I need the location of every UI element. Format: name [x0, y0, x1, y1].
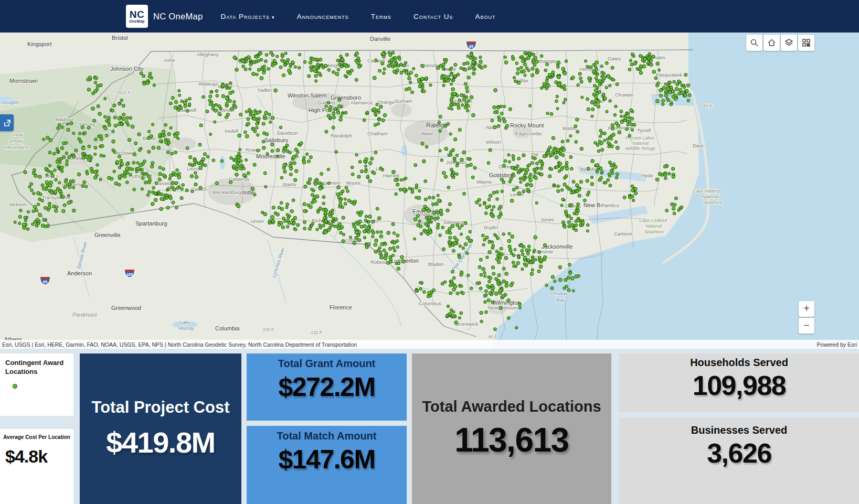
nav-announcements[interactable]: Announcements — [297, 13, 349, 20]
attribution-text: Esri, USGS | Esri, HERE, Garmin, FAO, NO… — [2, 341, 357, 348]
nav-about-label: About — [475, 13, 495, 20]
top-nav-bar: NC OneMap NC OneMap Data Projects▾ Annou… — [0, 0, 859, 33]
svg-text:Chatham: Chatham — [367, 131, 388, 136]
businesses-served-value: 3,626 — [619, 437, 859, 469]
svg-text:Pamlico: Pamlico — [601, 202, 619, 208]
svg-text:Mooresville: Mooresville — [256, 153, 285, 159]
award-location-legend-dot — [13, 384, 17, 389]
average-cost-value: $4.8k — [3, 446, 70, 467]
svg-text:Hyde: Hyde — [641, 173, 653, 178]
svg-text:Pasquotank: Pasquotank — [656, 72, 682, 78]
svg-text:85: 85 — [469, 44, 473, 49]
svg-text:Danville: Danville — [370, 36, 390, 42]
nav-announcements-label: Announcements — [297, 13, 349, 20]
contingent-title: Contingent Award Locations — [5, 359, 68, 377]
svg-text:Great: Great — [10, 132, 23, 137]
svg-text:378 ft: 378 ft — [262, 327, 274, 333]
svg-text:Bladen: Bladen — [428, 261, 444, 267]
svg-text:Transylvania: Transylvania — [42, 195, 70, 200]
svg-text:Duplin: Duplin — [484, 224, 498, 230]
svg-text:84 ft: 84 ft — [703, 103, 712, 109]
svg-text:Murray: Murray — [178, 325, 195, 331]
search-icon[interactable] — [746, 35, 762, 51]
svg-text:Onslow: Onslow — [551, 291, 568, 296]
svg-text:Davidson: Davidson — [277, 130, 298, 136]
nav-terms[interactable]: Terms — [371, 13, 391, 20]
svg-text:46 ft: 46 ft — [488, 334, 497, 339]
svg-text:Seashore: Seashore — [703, 200, 723, 205]
households-served-title: Households Served — [619, 357, 859, 369]
svg-text:Carteret: Carteret — [614, 231, 632, 237]
total-match-amount-title: Total Match Amount — [247, 430, 407, 442]
svg-text:Spartanburg: Spartanburg — [135, 220, 167, 227]
nav-contact-us[interactable]: Contact Us — [413, 13, 453, 20]
main-nav: Data Projects▾ Announcements Terms Conta… — [220, 13, 495, 20]
svg-text:Iredell: Iredell — [225, 128, 238, 134]
nav-data-projects[interactable]: Data Projects▾ — [220, 13, 274, 20]
svg-text:National: National — [702, 194, 719, 199]
share-button[interactable] — [0, 114, 14, 131]
zoom-out-button[interactable]: − — [799, 318, 814, 334]
logo-onemap-text: OneMap — [129, 19, 144, 23]
svg-text:Tyrrell: Tyrrell — [637, 127, 651, 133]
nc-onemap-logo: NC OneMap — [126, 5, 148, 28]
svg-text:Bay: Bay — [556, 297, 566, 303]
brand-link[interactable]: NC OneMap NC OneMap — [126, 5, 203, 28]
total-grant-amount-panel: Total Grant Amount $272.2M — [247, 353, 407, 421]
svg-text:New Hanover: New Hanover — [488, 305, 518, 310]
nav-contact-us-label: Contact Us — [413, 13, 453, 20]
svg-text:Bristol: Bristol — [112, 35, 128, 41]
svg-text:Orange: Orange — [378, 99, 395, 105]
zoom-in-button[interactable]: + — [799, 301, 814, 317]
svg-text:5916 ft: 5916 ft — [116, 90, 131, 95]
powered-by-esri: Powered by Esri — [817, 341, 857, 348]
households-served-panel: Households Served 109,988 — [619, 353, 859, 412]
svg-text:Ashe: Ashe — [164, 57, 175, 63]
contingent-award-legend-panel: Contingent Award Locations — [0, 353, 73, 416]
svg-text:Union: Union — [251, 218, 264, 224]
svg-text:Rocky Mount: Rocky Mount — [510, 122, 544, 128]
home-icon[interactable] — [763, 35, 780, 51]
svg-text:National: National — [632, 141, 649, 146]
total-project-cost-panel: Total Project Cost $419.8M — [80, 353, 241, 504]
total-awarded-locations-panel: Total Awarded Locations 113,613 — [412, 353, 611, 504]
map-container[interactable]: KingsportBristolDanvilleMorristownJohnso… — [0, 33, 859, 349]
svg-text:Piedmont: Piedmont — [72, 312, 97, 318]
total-grant-amount-title: Total Grant Amount — [247, 358, 407, 370]
svg-text:Harnett: Harnett — [383, 173, 400, 178]
average-cost-title: Average Cost Per Location — [3, 434, 70, 440]
total-awarded-locations-title: Total Awarded Locations — [422, 398, 601, 415]
svg-text:Kingsport: Kingsport — [27, 41, 51, 47]
svg-text:Johnson City: Johnson City — [110, 66, 144, 72]
svg-text:Wake: Wake — [421, 131, 433, 136]
svg-text:National: National — [645, 223, 662, 229]
svg-text:Stanly: Stanly — [282, 181, 296, 187]
svg-text:Seashore: Seashore — [644, 229, 664, 234]
basemap-gallery-icon[interactable] — [798, 35, 814, 51]
svg-text:Brunswick: Brunswick — [455, 321, 479, 327]
svg-text:Durham: Durham — [395, 98, 412, 104]
svg-text:Mountains: Mountains — [5, 144, 28, 150]
map-canvas[interactable]: KingsportBristolDanvilleMorristownJohnso… — [0, 33, 859, 349]
svg-text:132 ft: 132 ft — [311, 330, 322, 335]
brand-title: NC OneMap — [153, 12, 203, 22]
svg-text:Moore: Moore — [346, 180, 360, 186]
svg-text:Alamance: Alamance — [351, 100, 373, 105]
svg-text:Sampson: Sampson — [443, 219, 464, 225]
svg-text:Douglas: Douglas — [1, 99, 19, 105]
businesses-served-panel: Businesses Served 3,626 — [619, 418, 859, 504]
average-cost-panel: Average Cost Per Location $4.8k — [0, 429, 73, 504]
dashboard: Contingent Award Locations Average Cost … — [0, 349, 859, 504]
total-match-amount-value: $147.6M — [247, 444, 407, 475]
nav-about[interactable]: About — [475, 13, 495, 20]
svg-text:Wayne: Wayne — [476, 179, 492, 185]
svg-text:Yadkin: Yadkin — [257, 87, 272, 93]
svg-text:Jackson: Jackson — [8, 201, 27, 207]
svg-text:Wilson: Wilson — [486, 139, 501, 145]
svg-text:Randolph: Randolph — [331, 133, 352, 138]
layers-icon[interactable] — [781, 35, 797, 51]
map-attribution-bar: Esri, USGS | Esri, HERE, Garmin, FAO, NO… — [0, 340, 859, 349]
svg-text:Smoky: Smoky — [8, 138, 24, 144]
svg-text:Salisbury: Salisbury — [264, 137, 289, 143]
map-toolbar — [746, 35, 814, 51]
